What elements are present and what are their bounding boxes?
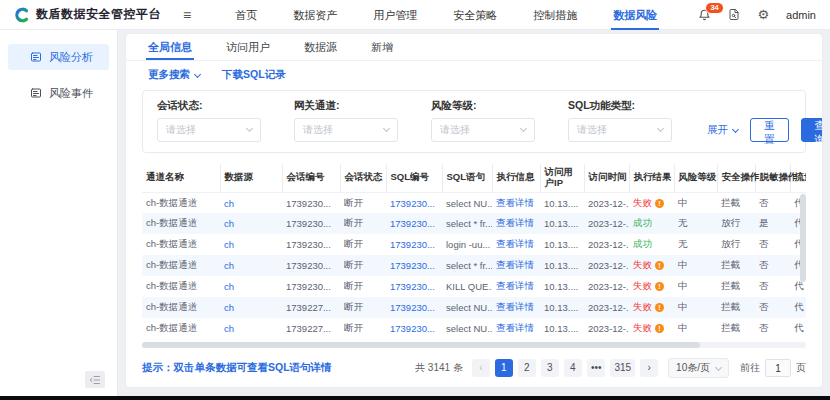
cell-session-no: 1739230... (282, 255, 340, 276)
cell-mask-action: 否 (755, 276, 790, 297)
cell-user-ip: 10.13.... (540, 255, 584, 276)
cell-channel-name: ch-数据通道 (142, 255, 220, 276)
tab[interactable]: ⊕数据源 (292, 34, 349, 60)
view-detail-link[interactable]: 查看详情 (492, 276, 540, 297)
sql-no-link[interactable]: 1739230... (386, 276, 442, 297)
view-detail-link[interactable]: 查看详情 (492, 192, 540, 213)
expand-filters-link[interactable]: 展开 (707, 123, 738, 137)
sql-no-link[interactable]: 1739230... (386, 255, 442, 276)
column-header: 执行结果 (629, 164, 674, 192)
datasource-link[interactable]: ch (220, 297, 282, 318)
table-row[interactable]: ch-数据通道 ch 1739227... 断开 1739230... sele… (142, 318, 806, 339)
page-size-value: 10条/页 (676, 361, 710, 375)
main-nav: 首页 数据资产 用户管理 安全策略 控制措施 数据风险 (217, 0, 675, 30)
datasource-link[interactable]: ch (220, 255, 282, 276)
cell-access-time: 2023-12-... (584, 234, 629, 255)
prev-page-button[interactable]: ‹ (472, 359, 490, 377)
cell-security-action: 拦截 (717, 255, 755, 276)
page-button[interactable]: ••• (587, 359, 606, 377)
goto-page-input[interactable] (765, 359, 791, 377)
sidebar-item[interactable]: 风险分析 (8, 44, 109, 70)
filter-select[interactable]: 请选择 (294, 118, 398, 142)
page-button[interactable]: 2 (518, 359, 536, 377)
vertical-scrollbar[interactable] (800, 194, 806, 335)
notifications-bell-icon[interactable]: 34 (698, 8, 711, 21)
nav-item[interactable]: 安全策略 (435, 0, 515, 30)
filter-field: SQL功能类型: 请选择 (568, 99, 672, 142)
table-row[interactable]: ch-数据通道 ch 1739230... 断开 1739230... logi… (142, 234, 806, 255)
settings-gear-icon[interactable]: ⚙ (757, 8, 769, 21)
table-row[interactable]: ch-数据通道 ch 1739230... 断开 1739230... sele… (142, 192, 806, 213)
more-search-link[interactable]: 更多搜索 (148, 68, 200, 82)
cell-access-time: 2023-12-... (584, 297, 629, 318)
tab-label: 新增 (371, 34, 393, 60)
download-sql-link[interactable]: 下载SQL记录 (222, 68, 286, 82)
query-button[interactable]: 查询 (801, 118, 823, 142)
collapse-sidebar-button[interactable] (85, 371, 105, 388)
nav-item[interactable]: 首页 (217, 0, 275, 30)
audit-document-icon[interactable] (728, 8, 740, 21)
datasource-link[interactable]: ch (220, 276, 282, 297)
nav-item[interactable]: 用户管理 (355, 0, 435, 30)
tab[interactable]: ⊕访问用户 (214, 34, 282, 60)
sql-no-link[interactable]: 1739230... (386, 297, 442, 318)
tab-label: 数据源 (304, 34, 337, 60)
cell-security-action: 放行 (717, 234, 755, 255)
sql-no-link[interactable]: 1739230... (386, 234, 442, 255)
table-row[interactable]: ch-数据通道 ch 1739230... 断开 1739230... sele… (142, 213, 806, 234)
cell-user-ip: 10.13.... (540, 318, 584, 339)
datasource-link[interactable]: ch (220, 192, 282, 213)
view-detail-link[interactable]: 查看详情 (492, 255, 540, 276)
sql-no-link[interactable]: 1739230... (386, 213, 442, 234)
sql-no-link[interactable]: 1739230... (386, 318, 442, 339)
username[interactable]: admin (786, 9, 816, 21)
filter-select[interactable]: 请选择 (431, 118, 535, 142)
view-detail-link[interactable]: 查看详情 (492, 213, 540, 234)
fail-warning-icon: ! (655, 324, 664, 333)
table-row[interactable]: ch-数据通道 ch 1739230... 断开 1739230... sele… (142, 255, 806, 276)
select-placeholder: 请选择 (577, 123, 607, 137)
view-detail-link[interactable]: 查看详情 (492, 297, 540, 318)
hamburger-menu-icon[interactable]: ≡ (183, 8, 191, 22)
reset-button[interactable]: 重置 (750, 118, 789, 142)
cell-user-ip: 10.13.... (540, 213, 584, 234)
cell-exec-result: 失败! (629, 318, 674, 339)
tab[interactable]: ⊕新增 (359, 34, 405, 60)
table-row[interactable]: ch-数据通道 ch 1739230... 断开 1739230... KILL… (142, 276, 806, 297)
page-button[interactable]: 1 (495, 359, 513, 377)
cell-user-ip: 10.13.... (540, 234, 584, 255)
cell-session-state: 断开 (340, 213, 386, 234)
sidebar-item[interactable]: 风险事件 (8, 80, 109, 106)
page-button[interactable]: 4 (564, 359, 582, 377)
cell-sql-statement: login -uu... (442, 234, 492, 255)
page-button[interactable]: 3 (541, 359, 559, 377)
tab-bar: ⊕全局信息 ⊕访问用户 ⊕数据源 ⊕新增 (126, 34, 822, 61)
page-size-select[interactable]: 10条/页 (668, 358, 729, 378)
chevron-down-icon (657, 125, 664, 132)
datasource-link[interactable]: ch (220, 318, 282, 339)
column-header: 会话编号 (282, 164, 340, 192)
cell-risk-level: 中 (674, 297, 717, 318)
column-header: 访问时间 (584, 164, 629, 192)
cell-session-no: 1739230... (282, 192, 340, 213)
next-page-button[interactable]: › (640, 359, 658, 377)
results-table-wrap: 通道名称 数据源 会话编号 会话状态 SQL编号 (142, 164, 806, 339)
view-detail-link[interactable]: 查看详情 (492, 318, 540, 339)
page-button[interactable]: 315 (610, 359, 635, 377)
nav-item[interactable]: 数据风险 (595, 0, 675, 30)
filter-select[interactable]: 请选择 (568, 118, 672, 142)
cell-security-action: 拦截 (717, 297, 755, 318)
nav-item[interactable]: 数据资产 (275, 0, 355, 30)
filter-select[interactable]: 请选择 (157, 118, 261, 142)
column-header: 风险等级 (674, 164, 717, 192)
datasource-link[interactable]: ch (220, 234, 282, 255)
sql-no-link[interactable]: 1739230... (386, 192, 442, 213)
datasource-link[interactable]: ch (220, 213, 282, 234)
column-header: 会话状态 (340, 164, 386, 192)
nav-item[interactable]: 控制措施 (515, 0, 595, 30)
sidebar-item-label: 风险事件 (49, 86, 93, 101)
cell-access-time: 2023-12-... (584, 318, 629, 339)
table-row[interactable]: ch-数据通道 ch 1739227... 断开 1739230... sele… (142, 297, 806, 318)
view-detail-link[interactable]: 查看详情 (492, 234, 540, 255)
tab[interactable]: ⊕全局信息 (136, 34, 204, 60)
